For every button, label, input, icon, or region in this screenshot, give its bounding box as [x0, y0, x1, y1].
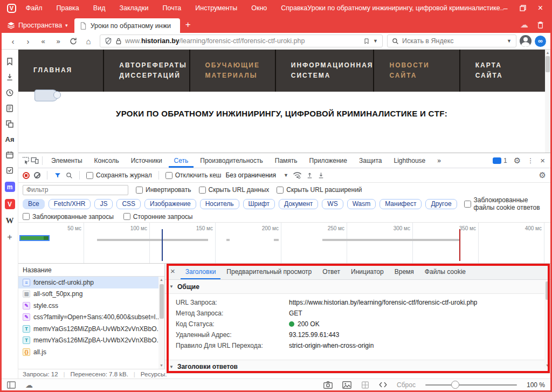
site-nav-dissertations[interactable]: АВТОРЕФЕРАТЫ ДИССЕРТАЦИЙ	[104, 50, 190, 92]
history-panel-icon[interactable]	[5, 88, 14, 97]
request-row[interactable]: ≡forensic-ctf-uroki.php	[18, 277, 164, 288]
downloads-panel-icon[interactable]	[5, 73, 14, 81]
restore-button[interactable]	[520, 5, 526, 11]
address-bar[interactable]: www.historian.by/learning/forensic-ctf/f…	[100, 35, 383, 47]
site-nav-news[interactable]: НОВОСТИ САЙТА	[374, 50, 460, 92]
filter-funnel-icon[interactable]	[54, 172, 61, 179]
profile-avatar[interactable]	[520, 35, 532, 47]
site-nav-infosystem[interactable]: ИНФОРМАЦИОННАЯ СИСТЕМА	[276, 50, 375, 92]
rewind-button[interactable]: «	[36, 37, 50, 45]
devtools-menu-icon[interactable]: ⋮	[527, 157, 534, 164]
tab-cookies[interactable]: Файлы cookie	[420, 264, 471, 279]
chip-all[interactable]: Все	[23, 199, 45, 209]
record-network-icon[interactable]	[23, 172, 30, 179]
capture-page-icon[interactable]	[323, 381, 333, 389]
third-party-checkbox[interactable]: Сторонние запросы	[123, 213, 193, 221]
windows-panel-icon[interactable]	[5, 120, 14, 128]
mastodon-webpanel-icon[interactable]: m	[5, 182, 15, 192]
general-section-header[interactable]: ▼Общие	[165, 280, 550, 294]
scroll-down-icon[interactable]: ▼	[546, 362, 549, 369]
tab-performance[interactable]: Производительность	[195, 153, 268, 168]
request-row[interactable]: TmemvYaGs126MiZpBA-UvWbX2vVnXBbO...	[18, 323, 164, 335]
clear-network-icon[interactable]	[34, 172, 40, 178]
tab-active[interactable]: Уроки по обратному инжи	[74, 18, 180, 33]
preserve-log-checkbox[interactable]: Сохранять журнал	[86, 171, 152, 179]
toggle-images-icon[interactable]	[342, 381, 351, 389]
tab-console[interactable]: Консоль	[89, 153, 125, 168]
devtools-settings-icon[interactable]: ⚙	[514, 156, 521, 166]
scroll-up-icon[interactable]: ▲	[160, 277, 163, 283]
back-button[interactable]: ‹	[6, 37, 20, 46]
network-search-icon[interactable]	[66, 172, 73, 179]
shield-blocked-icon[interactable]	[105, 37, 112, 45]
close-button[interactable]: ×	[538, 3, 543, 13]
site-nav-learning[interactable]: ОБУЧАЮЩИЕ МАТЕРИАЛЫ	[190, 50, 276, 92]
tile-tabs-icon[interactable]	[361, 381, 369, 389]
scroll-up-icon[interactable]: ▲	[546, 50, 550, 56]
menu-bookmarks[interactable]: Закладки	[119, 4, 148, 12]
details-scrollbar[interactable]: ▼	[544, 280, 550, 369]
request-row[interactable]: ▨all-soft_50px.png	[18, 288, 164, 300]
zoom-slider[interactable]	[425, 384, 517, 386]
sync-cloud-icon[interactable]: ☁	[520, 20, 528, 30]
response-headers-section-header[interactable]: ▼Заголовки ответов	[165, 360, 550, 374]
invert-checkbox[interactable]: Инвертировать	[136, 186, 191, 194]
chip-font[interactable]: Шрифт	[243, 199, 275, 209]
new-tab-button[interactable]: +	[180, 19, 197, 33]
tasks-panel-icon[interactable]	[5, 166, 14, 175]
request-row[interactable]: ✎css?family=Open+Sans:400,600&subset=l..…	[18, 312, 164, 324]
chip-image[interactable]: Изображение	[144, 199, 196, 209]
chip-media[interactable]: Носитель	[200, 199, 239, 209]
sync-status-icon[interactable]: ☁	[25, 381, 33, 389]
forward-button[interactable]: ›	[21, 37, 35, 46]
menu-view[interactable]: Вид	[93, 4, 106, 12]
chip-css[interactable]: CSS	[116, 199, 141, 209]
vivaldi-webpanel-icon[interactable]: V	[5, 199, 15, 209]
throttling-select[interactable]: Без ограничения▼	[225, 171, 288, 179]
filter-input[interactable]	[23, 185, 128, 195]
blocked-cookies-checkbox[interactable]: Заблокированные файлы cookie ответов	[464, 196, 546, 211]
disable-cache-checkbox[interactable]: Отключить кеш	[165, 171, 222, 179]
add-webpanel-icon[interactable]: +	[7, 232, 12, 242]
request-list-header[interactable]: Название	[18, 264, 164, 277]
chip-ws[interactable]: WS	[322, 199, 343, 209]
network-conditions-icon[interactable]	[293, 171, 302, 179]
device-toolbar-icon[interactable]	[31, 156, 39, 164]
more-tabs-button[interactable]: »	[432, 153, 446, 168]
menu-edit[interactable]: Правка	[57, 4, 79, 12]
lock-icon[interactable]	[115, 38, 122, 45]
issues-badge[interactable]: 1	[493, 157, 507, 164]
hide-data-urls-checkbox[interactable]: Скрыть URL данных	[199, 186, 270, 194]
vivaldi-account-icon[interactable]: ∞	[535, 36, 546, 47]
tab-security[interactable]: Защита	[354, 153, 388, 168]
site-nav-sitemap[interactable]: КАРТА САЙТА	[460, 50, 545, 92]
scroll-down-icon[interactable]: ▼	[160, 362, 163, 369]
tab-lighthouse[interactable]: Lighthouse	[389, 153, 431, 168]
home-button[interactable]: ⌂	[81, 37, 95, 46]
address-dropdown-icon[interactable]: ▼	[373, 38, 378, 44]
tab-timing[interactable]: Время	[390, 264, 419, 279]
notes-panel-icon[interactable]	[5, 104, 14, 113]
tab-memory[interactable]: Память	[270, 153, 303, 168]
menu-mail[interactable]: Почта	[163, 4, 182, 12]
chip-fetch-xhr[interactable]: Fetch/XHR	[49, 199, 91, 209]
fast-forward-button[interactable]: »	[51, 37, 65, 45]
translate-panel-icon[interactable]: Ая	[5, 135, 15, 143]
request-row[interactable]: {}all.js	[18, 346, 164, 358]
wikipedia-webpanel-icon[interactable]: W	[6, 216, 14, 225]
chip-js[interactable]: JS	[94, 199, 113, 209]
vivaldi-logo-icon[interactable]: V	[7, 4, 16, 13]
chip-manifest[interactable]: Манифест	[380, 199, 422, 209]
menu-tools[interactable]: Инструменты	[195, 4, 237, 12]
minimize-button[interactable]: –	[503, 4, 508, 12]
menu-window[interactable]: Окно	[251, 4, 267, 12]
search-field[interactable]: ▼	[387, 35, 516, 47]
network-overview-timeline[interactable]: 50 мс 100 мс 150 мс 200 мс 250 мс 300 мс…	[18, 223, 550, 264]
scrollbar-thumb[interactable]	[546, 281, 550, 300]
network-settings-icon[interactable]: ⚙	[539, 170, 546, 180]
calendar-panel-icon[interactable]	[5, 150, 14, 159]
waterfall-bar-selected[interactable]	[19, 235, 50, 241]
chip-wasm[interactable]: Wasm	[347, 199, 376, 209]
trash-icon[interactable]	[537, 21, 544, 29]
bookmarks-panel-icon[interactable]	[5, 57, 14, 66]
